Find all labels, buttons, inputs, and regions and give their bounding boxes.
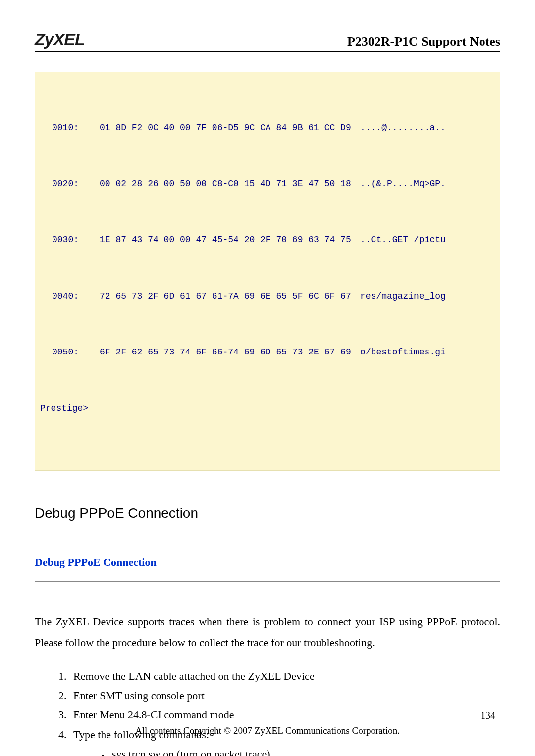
separator [35,581,500,582]
hex-bytes: 72 65 73 2F 6D 61 67 61-7A 69 6E 65 5F 6… [100,287,357,306]
hex-ascii: res/magazine_log [357,287,495,306]
hex-bytes: 6F 2F 62 65 73 74 6F 66-74 69 6D 65 73 2… [100,343,357,362]
hex-ascii: ..(&.P....Mq>GP. [357,175,495,194]
hex-offset: 0040: [40,287,100,306]
list-item: Remove the LAN cable attached on the ZyX… [69,667,500,685]
copyright: All contents Copyright © 2007 ZyXEL Comm… [0,725,535,736]
intro-paragraph: The ZyXEL Device supports traces when th… [35,611,500,653]
hex-row: 0030: 1E 87 43 74 00 00 47 45-54 20 2F 7… [40,231,495,250]
logo: ZyXEL [35,30,85,49]
document-title: P2302R-P1C Support Notes [347,34,500,49]
steps-ordered-list: Remove the LAN cable attached on the ZyX… [35,667,500,756]
commands-sublist: sys trcp sw on (turn on packet trace) sy… [73,745,500,756]
hex-row: 0050: 6F 2F 62 65 73 74 6F 66-74 69 6D 6… [40,343,495,362]
subsection-link[interactable]: Debug PPPoE Connection [35,556,500,569]
list-item: sys trcp sw on (turn on packet trace) [109,745,500,756]
list-item: Enter SMT using console port [69,686,500,705]
page: ZyXEL P2302R-P1C Support Notes 0010: 01 … [0,0,535,756]
page-header: ZyXEL P2302R-P1C Support Notes [35,30,500,52]
hex-ascii: ....@........a.. [357,119,495,138]
hex-offset: 0010: [40,119,100,138]
hex-row: 0040: 72 65 73 2F 6D 61 67 61-7A 69 6E 6… [40,287,495,306]
hex-row: 0020: 00 02 28 26 00 50 00 C8-C0 15 4D 7… [40,175,495,194]
hex-bytes: 00 02 28 26 00 50 00 C8-C0 15 4D 71 3E 4… [100,175,357,194]
hex-ascii: o/bestoftimes.gi [357,343,495,362]
hex-bytes: 1E 87 43 74 00 00 47 45-54 20 2F 70 69 6… [100,231,357,250]
hex-dump-block: 0010: 01 8D F2 0C 40 00 7F 06-D5 9C CA 8… [35,72,500,471]
section-heading: Debug PPPoE Connection [35,505,500,521]
hex-offset: 0030: [40,231,100,250]
hex-offset: 0020: [40,175,100,194]
hex-row: 0010: 01 8D F2 0C 40 00 7F 06-D5 9C CA 8… [40,119,495,138]
list-item: Enter Menu 24.8-CI command mode [69,706,500,724]
hex-offset: 0050: [40,343,100,362]
hex-bytes: 01 8D F2 0C 40 00 7F 06-D5 9C CA 84 9B 6… [100,119,357,138]
page-number: 134 [481,710,495,721]
cli-prompt: Prestige> [40,400,495,418]
hex-ascii: ..Ct..GET /pictu [357,231,495,250]
